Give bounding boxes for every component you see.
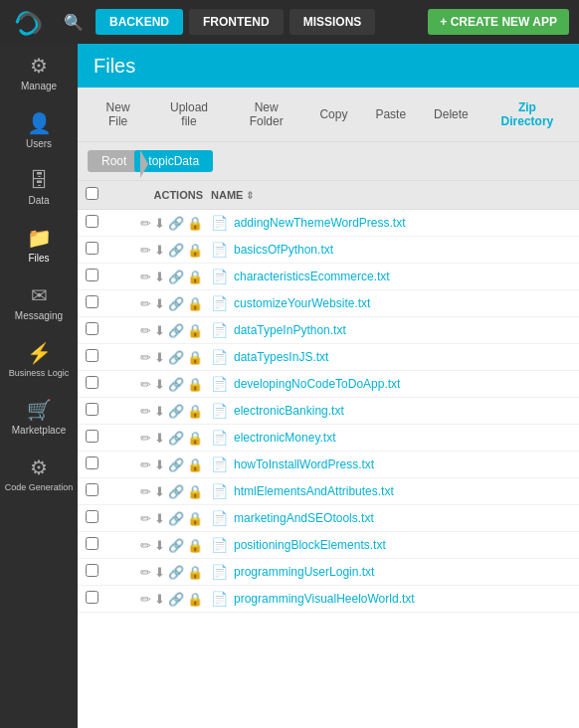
- link-icon[interactable]: 🔗: [168, 565, 184, 580]
- sidebar-item-code-generation[interactable]: ⚙ Code Generation: [0, 446, 78, 502]
- lock-icon[interactable]: 🔒: [187, 538, 203, 553]
- sidebar-item-files[interactable]: 📁 Files: [0, 216, 78, 273]
- nav-backend-button[interactable]: BACKEND: [96, 9, 183, 35]
- download-icon[interactable]: ⬇: [154, 538, 165, 553]
- file-link[interactable]: dataTypesInJS.txt: [234, 350, 328, 364]
- link-icon[interactable]: 🔗: [168, 592, 184, 607]
- edit-icon[interactable]: ✏: [140, 538, 151, 553]
- lock-icon[interactable]: 🔒: [187, 377, 203, 392]
- row-checkbox[interactable]: [86, 403, 98, 416]
- lock-icon[interactable]: 🔒: [187, 592, 203, 607]
- link-icon[interactable]: 🔗: [168, 377, 184, 392]
- file-link[interactable]: basicsOfPython.txt: [234, 243, 333, 257]
- lock-icon[interactable]: 🔒: [187, 270, 203, 284]
- row-checkbox[interactable]: [86, 376, 98, 389]
- file-link[interactable]: characteristicsEcommerce.txt: [234, 270, 390, 283]
- file-link[interactable]: programmingVisualHeeloWorld.txt: [234, 592, 415, 606]
- link-icon[interactable]: 🔗: [168, 457, 184, 472]
- lock-icon[interactable]: 🔒: [187, 323, 203, 338]
- row-checkbox[interactable]: [86, 564, 98, 577]
- file-link[interactable]: developingNoCodeToDoApp.txt: [234, 377, 400, 391]
- file-link[interactable]: dataTypeInPython.txt: [234, 323, 346, 337]
- sidebar-item-messaging[interactable]: ✉ Messaging: [0, 273, 78, 331]
- lock-icon[interactable]: 🔒: [187, 457, 203, 472]
- sidebar-item-marketplace[interactable]: 🛒 Marketplace: [0, 388, 78, 446]
- edit-icon[interactable]: ✏: [140, 216, 151, 231]
- row-checkbox[interactable]: [86, 322, 98, 335]
- edit-icon[interactable]: ✏: [140, 511, 151, 526]
- lock-icon[interactable]: 🔒: [187, 565, 203, 580]
- edit-icon[interactable]: ✏: [140, 377, 151, 392]
- row-checkbox[interactable]: [86, 483, 98, 496]
- lock-icon[interactable]: 🔒: [187, 350, 203, 365]
- file-link[interactable]: addingNewThemeWordPress.txt: [234, 216, 406, 230]
- nav-missions-button[interactable]: MISSIONS: [290, 9, 376, 35]
- sidebar-item-business-logic[interactable]: ⚡ Business Logic: [0, 331, 78, 388]
- file-link[interactable]: programmingUserLogin.txt: [234, 565, 374, 579]
- link-icon[interactable]: 🔗: [168, 296, 184, 311]
- zip-directory-button[interactable]: Zip Directory: [485, 95, 569, 133]
- link-icon[interactable]: 🔗: [168, 323, 184, 338]
- link-icon[interactable]: 🔗: [168, 404, 184, 419]
- edit-icon[interactable]: ✏: [140, 431, 151, 446]
- download-icon[interactable]: ⬇: [154, 216, 165, 231]
- link-icon[interactable]: 🔗: [168, 270, 184, 284]
- download-icon[interactable]: ⬇: [154, 457, 165, 472]
- edit-icon[interactable]: ✏: [140, 243, 151, 258]
- download-icon[interactable]: ⬇: [154, 431, 165, 446]
- link-icon[interactable]: 🔗: [168, 484, 184, 499]
- link-icon[interactable]: 🔗: [168, 243, 184, 258]
- sidebar-item-manage[interactable]: ⚙ Manage: [0, 44, 78, 101]
- edit-icon[interactable]: ✏: [140, 270, 151, 284]
- edit-icon[interactable]: ✏: [140, 457, 151, 472]
- new-file-button[interactable]: New File: [88, 95, 148, 133]
- download-icon[interactable]: ⬇: [154, 243, 165, 258]
- download-icon[interactable]: ⬇: [154, 511, 165, 526]
- download-icon[interactable]: ⬇: [154, 565, 165, 580]
- delete-button[interactable]: Delete: [423, 102, 480, 126]
- file-link[interactable]: electronicBanking.txt: [234, 404, 344, 418]
- download-icon[interactable]: ⬇: [154, 296, 165, 311]
- upload-file-button[interactable]: Upload file: [154, 95, 224, 133]
- download-icon[interactable]: ⬇: [154, 350, 165, 365]
- row-checkbox[interactable]: [86, 349, 98, 362]
- download-icon[interactable]: ⬇: [154, 323, 165, 338]
- file-link[interactable]: howToInstallWordPress.txt: [234, 457, 374, 471]
- row-checkbox[interactable]: [86, 510, 98, 523]
- edit-icon[interactable]: ✏: [140, 484, 151, 499]
- file-link[interactable]: electronicMoney.txt: [234, 431, 336, 445]
- edit-icon[interactable]: ✏: [140, 592, 151, 607]
- lock-icon[interactable]: 🔒: [187, 296, 203, 311]
- copy-button[interactable]: Copy: [308, 102, 358, 126]
- download-icon[interactable]: ⬇: [154, 404, 165, 419]
- nav-frontend-button[interactable]: FRONTEND: [189, 9, 284, 35]
- search-button[interactable]: 🔍: [58, 9, 90, 36]
- download-icon[interactable]: ⬇: [154, 377, 165, 392]
- paste-button[interactable]: Paste: [364, 102, 417, 126]
- row-checkbox[interactable]: [86, 591, 98, 604]
- link-icon[interactable]: 🔗: [168, 538, 184, 553]
- link-icon[interactable]: 🔗: [168, 216, 184, 231]
- lock-icon[interactable]: 🔒: [187, 484, 203, 499]
- edit-icon[interactable]: ✏: [140, 296, 151, 311]
- sidebar-item-users[interactable]: 👤 Users: [0, 101, 78, 159]
- link-icon[interactable]: 🔗: [168, 350, 184, 365]
- edit-icon[interactable]: ✏: [140, 350, 151, 365]
- new-folder-button[interactable]: New Folder: [230, 95, 303, 133]
- edit-icon[interactable]: ✏: [140, 404, 151, 419]
- lock-icon[interactable]: 🔒: [187, 511, 203, 526]
- file-link[interactable]: positioningBlockElements.txt: [234, 538, 386, 552]
- row-checkbox[interactable]: [86, 430, 98, 443]
- lock-icon[interactable]: 🔒: [187, 243, 203, 258]
- link-icon[interactable]: 🔗: [168, 431, 184, 446]
- row-checkbox[interactable]: [86, 242, 98, 255]
- lock-icon[interactable]: 🔒: [187, 216, 203, 231]
- lock-icon[interactable]: 🔒: [187, 431, 203, 446]
- create-new-app-button[interactable]: + CREATE NEW APP: [428, 9, 569, 35]
- file-link[interactable]: htmlElementsAndAttributes.txt: [234, 484, 394, 498]
- link-icon[interactable]: 🔗: [168, 511, 184, 526]
- lock-icon[interactable]: 🔒: [187, 404, 203, 419]
- edit-icon[interactable]: ✏: [140, 565, 151, 580]
- row-checkbox[interactable]: [86, 215, 98, 228]
- row-checkbox[interactable]: [86, 456, 98, 469]
